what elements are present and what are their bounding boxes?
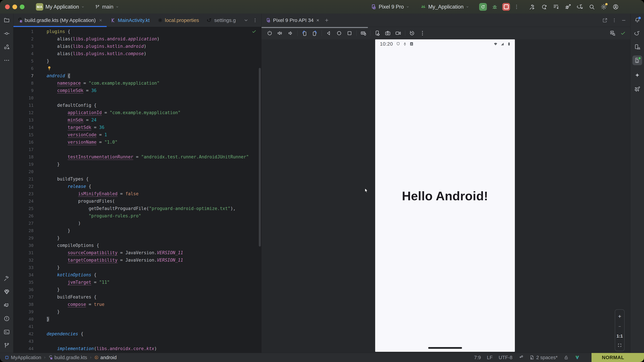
project-folder-icon[interactable]: [4, 17, 10, 23]
stop-button[interactable]: [502, 3, 510, 11]
code-text[interactable]: }: [46, 286, 60, 293]
version-control-icon[interactable]: [4, 342, 10, 349]
gradle-icon[interactable]: [634, 30, 640, 37]
rerun-button[interactable]: [479, 3, 487, 11]
code-text[interactable]: compose = true: [46, 301, 104, 308]
device-selector[interactable]: Pixel 9 Pro: [371, 4, 410, 10]
editor-scrollbar[interactable]: [259, 68, 261, 247]
device-settings-icon[interactable]: [374, 30, 380, 36]
quickfix-bulb-icon[interactable]: [46, 65, 52, 71]
close-window-button[interactable]: [5, 4, 10, 9]
more-vertical-icon[interactable]: [612, 18, 617, 23]
nav-back-icon[interactable]: [326, 30, 332, 36]
code-text[interactable]: buildFeatures {: [46, 293, 96, 301]
volume-up-icon[interactable]: [277, 30, 283, 36]
rotate-left-icon[interactable]: [301, 30, 308, 36]
code-text[interactable]: compileOptions {: [46, 242, 99, 249]
terminal-icon[interactable]: [4, 329, 10, 335]
code-text[interactable]: buildTypes {: [46, 175, 88, 183]
line-separator-widget[interactable]: LF: [487, 355, 492, 360]
notifications-icon[interactable]: [634, 17, 640, 23]
code-text[interactable]: testInstrumentationRunner = "androidx.te…: [46, 153, 249, 161]
minimize-window-button[interactable]: [12, 4, 17, 9]
open-new-window-icon[interactable]: [602, 18, 608, 23]
screen-record-icon[interactable]: [395, 30, 401, 36]
code-text[interactable]: "proguard-rules.pro": [46, 212, 141, 220]
running-devices-icon[interactable]: [634, 57, 640, 63]
code-text[interactable]: release {: [46, 183, 91, 190]
editor-tab-settings.g[interactable]: settings.g: [203, 13, 240, 27]
editor-tab-MainActivity.kt[interactable]: MainActivity.kt: [107, 13, 154, 27]
code-text[interactable]: kotlinOptions {: [46, 271, 96, 279]
settings-icon[interactable]: [600, 4, 607, 10]
hardware-input-icon[interactable]: [360, 30, 366, 36]
close-icon[interactable]: [98, 18, 103, 22]
code-text[interactable]: targetSdk = 36: [46, 124, 104, 131]
profile-icon[interactable]: [612, 4, 619, 10]
code-text[interactable]: versionCode = 1: [46, 131, 107, 138]
apply-changes-icon[interactable]: [541, 4, 548, 10]
zoom-ratio-button[interactable]: 1:1: [616, 334, 623, 339]
breadcrumb-item[interactable]: android: [94, 355, 117, 360]
code-text[interactable]: plugins {: [46, 28, 70, 35]
inspection-ok-icon[interactable]: [620, 30, 626, 36]
run-config-selector[interactable]: My_Application: [420, 4, 469, 10]
code-text[interactable]: sourceCompatibility = JavaVersion.VERSIO…: [46, 249, 183, 256]
hide-icon[interactable]: [621, 18, 626, 23]
build-run-icon[interactable]: [529, 4, 536, 10]
nav-home-icon[interactable]: [336, 30, 342, 36]
breadcrumb-item[interactable]: MyApplication: [5, 355, 41, 360]
code-text[interactable]: dependencies {: [46, 330, 83, 338]
code-text[interactable]: }: [46, 308, 60, 316]
add-device-tab-button[interactable]: [324, 18, 329, 23]
rotate-right-icon[interactable]: [312, 30, 318, 36]
fit-screen-icon[interactable]: [618, 343, 622, 348]
code-text[interactable]: alias(libs.plugins.kotlin.compose): [46, 50, 146, 57]
commit-icon[interactable]: [4, 30, 10, 37]
code-text[interactable]: targetCompatibility = JavaVersion.VERSIO…: [46, 256, 183, 264]
code-text[interactable]: ): [46, 220, 81, 227]
unlock-icon[interactable]: [564, 355, 569, 360]
nav-overview-icon[interactable]: [346, 30, 352, 36]
code-text[interactable]: [46, 65, 52, 72]
code-text[interactable]: applicationId = "com.example.myapplicati…: [46, 109, 180, 116]
indent-widget[interactable]: 2 spaces*: [530, 355, 558, 360]
code-text[interactable]: versionName = "1.0": [46, 138, 118, 146]
gesture-bar[interactable]: [428, 347, 462, 349]
code-text[interactable]: namespace = "com.example.myapplication": [46, 79, 160, 87]
app-quality-insights-icon[interactable]: [4, 289, 10, 295]
more-tools-icon[interactable]: [4, 57, 10, 63]
volume-down-icon[interactable]: [288, 30, 294, 36]
gradle-sync-icon[interactable]: [577, 4, 583, 10]
gemini-icon[interactable]: [634, 72, 640, 79]
code-text[interactable]: alias(libs.plugins.kotlin.android): [46, 42, 146, 50]
airplane-icon[interactable]: [634, 86, 640, 92]
editor-options-icon[interactable]: [252, 18, 258, 23]
project-selector[interactable]: MA My Application: [36, 3, 84, 10]
code-text[interactable]: isMinifyEnabled = false: [46, 190, 138, 197]
breadcrumb-item[interactable]: build.gradle.kts: [48, 355, 87, 360]
code-text[interactable]: }: [46, 227, 70, 234]
encoding-widget[interactable]: UTF-8: [498, 355, 512, 360]
search-everywhere-icon[interactable]: [589, 4, 595, 10]
emulator-screen[interactable]: 10:20 Hello Android!: [375, 39, 515, 352]
code-text[interactable]: compileSdk = 36: [46, 87, 96, 94]
running-devices-active[interactable]: [632, 55, 642, 65]
logcat-icon[interactable]: [4, 302, 10, 308]
code-text[interactable]: }: [46, 264, 60, 271]
zoom-in-button[interactable]: +: [618, 313, 621, 320]
snapshots-icon[interactable]: [409, 30, 415, 36]
ai-assistant-status-icon[interactable]: [518, 355, 524, 360]
ui-check-icon[interactable]: [610, 30, 616, 36]
device-manager-icon[interactable]: [634, 44, 640, 50]
code-text[interactable]: }: [46, 57, 49, 65]
close-icon[interactable]: [316, 18, 320, 22]
code-text[interactable]: android {: [46, 72, 70, 79]
inspections-passed-icon[interactable]: [252, 29, 256, 34]
more-vertical-icon[interactable]: [420, 30, 426, 36]
debug-button[interactable]: [492, 4, 498, 10]
tab-list-dropdown-icon[interactable]: [244, 18, 248, 23]
code-text[interactable]: getDefaultProguardFile("proguard-android…: [46, 205, 236, 212]
editor-tab-build.gradle.kts[interactable]: build.gradle.kts (My Application): [14, 13, 107, 27]
apply-code-changes-icon[interactable]: [553, 4, 559, 10]
